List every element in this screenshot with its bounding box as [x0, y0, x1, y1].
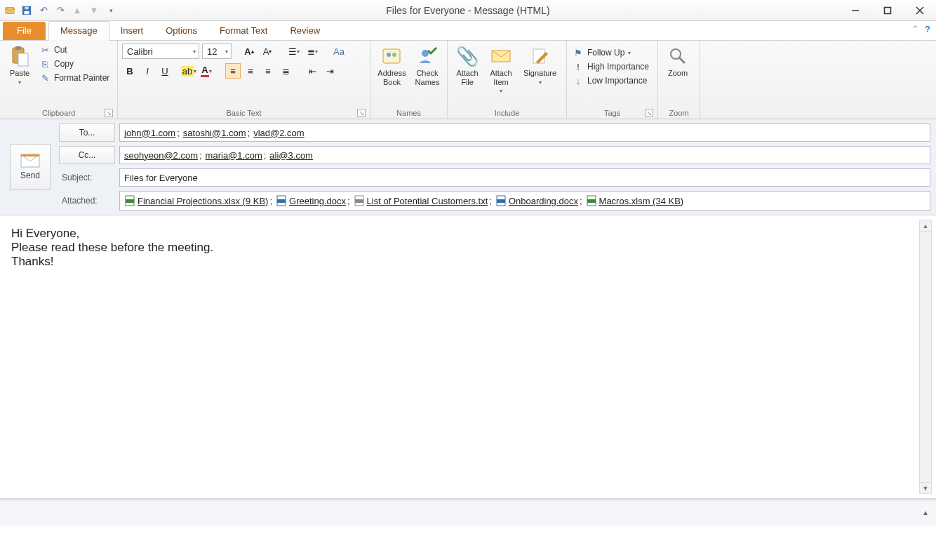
svg-rect-9: [15, 46, 21, 50]
attachment-item[interactable]: Onboarding.docx: [495, 195, 578, 206]
attachment-item[interactable]: Financial Projections.xlsx (9 KB): [124, 195, 268, 206]
dialog-launcher-icon[interactable]: ↘: [105, 109, 113, 117]
bold-button[interactable]: B: [122, 63, 138, 79]
quick-access-toolbar: ↶ ↷ ▲ ▼ ▾: [0, 4, 118, 18]
attachment-item[interactable]: List of Potential Customers.txt: [354, 195, 488, 206]
paste-button[interactable]: Paste ▾: [4, 42, 35, 88]
subject-label: Subject:: [59, 173, 115, 182]
svg-rect-11: [383, 49, 400, 63]
attach-file-button[interactable]: 📎 Attach File: [452, 42, 483, 89]
prev-icon[interactable]: ▲: [70, 4, 84, 18]
high-importance-button[interactable]: !High Importance: [571, 60, 650, 73]
recipient[interactable]: seohyeon@2.com: [124, 150, 198, 161]
file-icon: [354, 195, 365, 206]
chevron-down-icon: ▾: [628, 50, 631, 56]
qat-customize-icon[interactable]: ▾: [104, 4, 118, 18]
shrink-font-button[interactable]: A▾: [260, 44, 275, 59]
help-icon[interactable]: ?: [925, 24, 930, 34]
collapse-ribbon-icon[interactable]: ⌃: [911, 24, 919, 34]
group-clipboard: Paste ▾ ✂Cut ⎘Copy ✎Format Painter Clipb…: [0, 41, 118, 119]
zoom-button[interactable]: Zoom: [662, 42, 693, 81]
low-importance-button[interactable]: ↓Low Importance: [571, 74, 650, 87]
scrollbar[interactable]: ▲ ▼: [919, 220, 932, 494]
justify-button[interactable]: ≣: [278, 63, 293, 79]
scroll-down-icon[interactable]: ▼: [920, 482, 931, 493]
underline-button[interactable]: U: [157, 63, 173, 79]
undo-icon[interactable]: ↶: [36, 4, 51, 18]
font-color-button[interactable]: A▾: [199, 63, 214, 79]
recipient[interactable]: maria@1.com: [206, 150, 262, 161]
svg-rect-26: [355, 199, 363, 203]
expand-icon[interactable]: ▲: [922, 509, 929, 516]
subject-field[interactable]: Files for Everyone: [119, 168, 930, 187]
group-basic-text: Calibri▾ 12▾ A▴ A▾ ☰▾ ≣▾ Aa B I U ab▾ A▾…: [118, 41, 370, 119]
cc-field[interactable]: seohyeon@2.com;maria@1.com;ali@3.com: [119, 146, 930, 164]
address-book-button[interactable]: Address Book: [375, 42, 409, 89]
scroll-up-icon[interactable]: ▲: [920, 220, 931, 232]
redo-icon[interactable]: ↷: [53, 4, 67, 18]
highlight-button[interactable]: ab▾: [181, 63, 196, 79]
signature-button[interactable]: Signature ▾: [519, 42, 561, 88]
svg-point-13: [392, 53, 396, 57]
increase-indent-button[interactable]: ⇥: [322, 63, 337, 79]
tab-insert[interactable]: Insert: [109, 22, 155, 40]
svg-rect-30: [587, 199, 596, 203]
save-icon[interactable]: [20, 4, 34, 18]
exclamation-icon: !: [573, 61, 584, 72]
next-icon[interactable]: ▼: [87, 4, 101, 18]
maximize-button[interactable]: [871, 0, 904, 21]
follow-up-button[interactable]: ⚑Follow Up ▾: [571, 46, 650, 59]
svg-rect-0: [6, 7, 14, 13]
copy-button[interactable]: ⎘Copy: [38, 58, 111, 70]
svg-point-12: [387, 53, 391, 57]
scissors-icon: ✂: [39, 44, 51, 55]
dialog-launcher-icon[interactable]: ↘: [645, 109, 653, 117]
attachment-item[interactable]: Macros.xlsm (34 KB): [586, 195, 684, 206]
align-right-button[interactable]: ≡: [260, 63, 276, 79]
copy-icon: ⎘: [39, 58, 51, 69]
decrease-indent-button[interactable]: ⇤: [305, 63, 320, 79]
recipient[interactable]: satoshi@1.com: [183, 128, 246, 138]
font-size-select[interactable]: 12▾: [202, 44, 232, 59]
recipient[interactable]: ali@3.com: [269, 150, 313, 161]
group-include: 📎 Attach File Attach Item ▾ Signature ▾ …: [448, 41, 567, 119]
chevron-down-icon: ▾: [539, 79, 542, 86]
font-name-select[interactable]: Calibri▾: [122, 44, 199, 59]
align-center-button[interactable]: ≡: [243, 63, 258, 79]
attach-item-button[interactable]: Attach Item ▾: [486, 42, 516, 97]
minimize-button[interactable]: [839, 0, 871, 21]
numbering-button[interactable]: ≣▾: [305, 44, 320, 59]
attached-label: Attached:: [59, 196, 115, 206]
check-names-button[interactable]: Check Names: [412, 42, 443, 89]
attachments-field[interactable]: Financial Projections.xlsx (9 KB); Greet…: [119, 191, 930, 211]
attachment-item[interactable]: Greeting.docx: [276, 195, 346, 206]
to-button[interactable]: To...: [59, 124, 115, 142]
message-header: Send To... john@1.com;satoshi@1.com;vlad…: [0, 119, 936, 215]
tab-message[interactable]: Message: [48, 21, 109, 41]
address-book-icon: [381, 45, 403, 67]
envelope-icon: [490, 45, 512, 67]
grow-font-button[interactable]: A▴: [241, 44, 257, 59]
format-painter-button[interactable]: ✎Format Painter: [38, 72, 111, 84]
tab-review[interactable]: Review: [279, 22, 331, 40]
to-field[interactable]: john@1.com;satoshi@1.com;vlad@2.com: [119, 124, 930, 142]
recipient[interactable]: vlad@2.com: [253, 128, 304, 138]
dialog-launcher-icon[interactable]: ↘: [357, 109, 366, 117]
cc-button[interactable]: Cc...: [59, 146, 115, 164]
recipient[interactable]: john@1.com: [124, 128, 175, 138]
tab-options[interactable]: Options: [154, 22, 208, 40]
italic-button[interactable]: I: [140, 63, 155, 79]
group-zoom: Zoom Zoom: [658, 41, 700, 119]
align-left-button[interactable]: ≡: [225, 63, 241, 79]
tab-file[interactable]: File: [3, 22, 46, 40]
send-button[interactable]: Send: [10, 144, 51, 190]
cut-button[interactable]: ✂Cut: [38, 44, 111, 56]
bullets-button[interactable]: ☰▾: [286, 44, 302, 59]
svg-point-17: [671, 49, 681, 59]
chevron-down-icon: ▾: [18, 79, 21, 86]
tab-format-text[interactable]: Format Text: [208, 22, 279, 40]
send-icon: [20, 154, 40, 168]
message-body[interactable]: Hi Everyone, Please read these before th…: [6, 221, 916, 493]
clear-formatting-button[interactable]: Aa: [331, 44, 347, 59]
close-button[interactable]: [904, 0, 936, 21]
